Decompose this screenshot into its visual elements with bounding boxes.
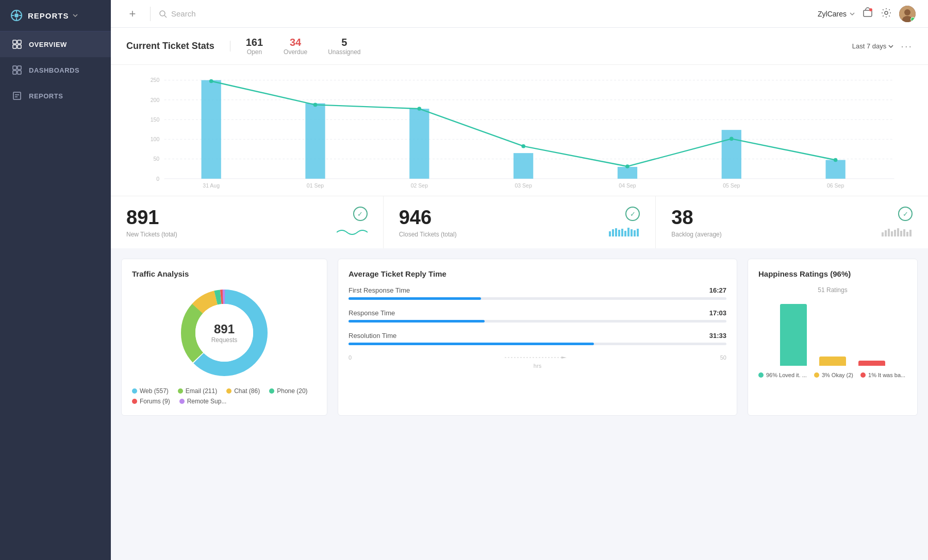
user-menu[interactable]: ZylCares [818, 10, 855, 18]
stat-unassigned-value: 5 [328, 37, 360, 48]
notifications-button[interactable] [862, 7, 873, 21]
happiness-label-bad: 1% It was ba... [868, 372, 905, 378]
sidebar-item-reports[interactable]: REPORTS [0, 83, 111, 109]
reply-time-resolution: 31:33 [709, 332, 726, 340]
axis-end: 50 [720, 354, 726, 361]
kpi-closed-tickets-right: ✓ [609, 207, 640, 236]
svg-rect-61 [903, 229, 905, 236]
svg-text:100: 100 [151, 136, 160, 142]
more-options-button[interactable]: ··· [901, 40, 913, 52]
sidebar-logo[interactable]: REPORTS [0, 0, 111, 31]
hbar-loved [780, 304, 807, 366]
happiness-title: Happiness Ratings (96%) [758, 269, 907, 278]
panel-happiness: Happiness Ratings (96%) 51 Ratings 96% L… [748, 259, 918, 416]
axis-line [505, 357, 567, 359]
main-chart-svg: 250 200 150 100 50 0 [126, 75, 913, 189]
line-dot-6 [834, 158, 838, 162]
legend-dot-remote [179, 399, 185, 404]
svg-point-23 [904, 9, 910, 15]
legend-dot-email [178, 388, 183, 394]
sparkline-new [337, 226, 368, 236]
panel-reply-time: Average Ticket Reply Time First Response… [338, 259, 737, 416]
hbar-okay-bar [819, 357, 846, 366]
happiness-legend-okay: 3% Okay (2) [814, 372, 853, 378]
overview-icon [12, 40, 22, 49]
stat-overdue: 34 Overdue [284, 37, 307, 56]
svg-rect-47 [618, 230, 620, 236]
settings-button[interactable] [881, 7, 892, 21]
chart-area: 250 200 150 100 50 0 [111, 65, 928, 196]
legend-chat: Chat (86) [226, 387, 260, 395]
sidebar-item-overview[interactable]: OVERVIEW [0, 31, 111, 57]
online-indicator [910, 17, 915, 22]
svg-rect-12 [13, 71, 16, 74]
svg-text:02 Sep: 02 Sep [411, 182, 428, 189]
avatar[interactable] [899, 6, 916, 22]
search-bar[interactable]: Search [159, 9, 818, 18]
axis-unit: hrs [349, 363, 726, 369]
user-name: ZylCares [818, 10, 847, 18]
sparkline-closed [609, 226, 640, 236]
svg-rect-45 [612, 229, 614, 236]
stat-open: 161 Open [246, 37, 263, 56]
svg-rect-8 [13, 45, 16, 48]
bar-06sep [826, 160, 846, 179]
reply-label-first: First Response Time [349, 286, 410, 294]
svg-rect-51 [631, 229, 633, 236]
reply-time-title: Average Ticket Reply Time [349, 269, 726, 278]
period-label: Last 7 days [852, 42, 887, 50]
legend-remote: Remote Sup... [179, 398, 227, 405]
legend-dot-phone [269, 388, 274, 394]
svg-rect-62 [906, 232, 908, 236]
svg-rect-13 [18, 71, 21, 74]
legend-dot-web [132, 388, 137, 394]
reply-row-first: First Response Time 16:27 [349, 286, 726, 300]
stat-overdue-label: Overdue [284, 48, 307, 56]
svg-rect-48 [621, 229, 623, 236]
kpi-backlog-right: ✓ [882, 207, 913, 236]
svg-point-21 [885, 11, 888, 14]
svg-text:150: 150 [151, 116, 160, 123]
legend-dot-forums [132, 399, 137, 404]
dropdown-icon [72, 12, 78, 19]
bar-01sep [305, 104, 325, 179]
period-dropdown-icon [888, 44, 893, 49]
svg-rect-14 [13, 92, 21, 99]
reply-row-resolution: Resolution Time 31:33 [349, 332, 726, 345]
sidebar-item-reports-label: REPORTS [29, 92, 63, 100]
stat-overdue-value: 34 [284, 37, 307, 48]
bar-31aug [202, 80, 221, 179]
sidebar-item-dashboards-label: DASHBOARDS [29, 66, 79, 74]
stats-title: Current Ticket Stats [126, 41, 230, 52]
svg-text:06 Sep: 06 Sep [827, 182, 844, 189]
svg-rect-44 [609, 231, 611, 236]
svg-rect-46 [615, 228, 617, 236]
happiness-legend-loved: 96% Loved it. ... [758, 372, 807, 378]
reply-axis: 0 50 [349, 354, 726, 361]
svg-rect-58 [894, 230, 896, 236]
donut-container: 891 Requests [132, 286, 317, 379]
svg-rect-54 [882, 232, 884, 236]
add-button[interactable]: + [123, 5, 142, 23]
legend-web: Web (557) [132, 387, 169, 395]
legend-label-chat: Chat (86) [234, 387, 260, 395]
period-selector[interactable]: Last 7 days [852, 42, 894, 50]
sidebar-item-dashboards[interactable]: DASHBOARDS [0, 57, 111, 83]
donut-number: 891 [211, 322, 238, 336]
svg-rect-53 [637, 229, 639, 236]
svg-rect-60 [900, 231, 902, 236]
legend-label-phone: Phone (20) [277, 387, 307, 395]
svg-marker-72 [561, 357, 567, 359]
kpi-closed-check: ✓ [625, 207, 640, 221]
line-dot-0 [209, 79, 213, 83]
svg-point-1 [14, 13, 19, 18]
donut-label: 891 Requests [211, 322, 238, 344]
reply-label-response: Response Time [349, 309, 395, 317]
sparkline-backlog [882, 226, 913, 236]
hbar-bad-bar [858, 361, 885, 366]
svg-rect-57 [891, 231, 893, 236]
legend-dot-okay [814, 372, 819, 378]
svg-text:01 Sep: 01 Sep [307, 182, 324, 189]
legend-label-forums: Forums (9) [140, 398, 170, 405]
axis-start: 0 [349, 354, 352, 361]
